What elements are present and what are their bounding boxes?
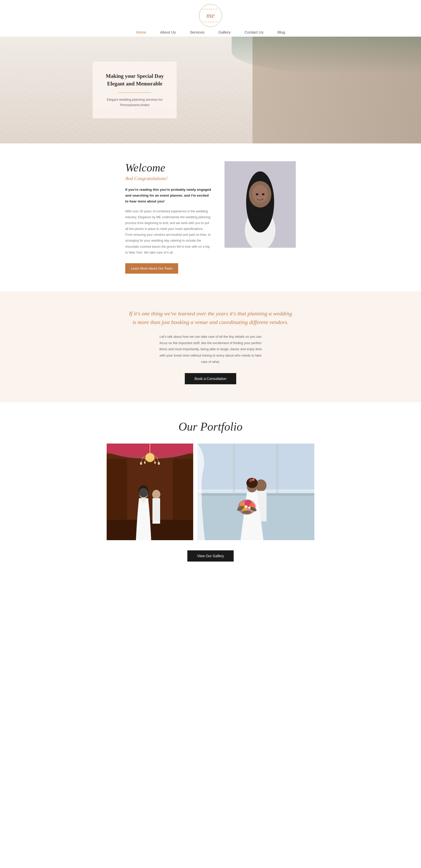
svg-point-7 xyxy=(256,193,258,195)
logo-initials: me xyxy=(206,12,215,19)
hero-card: Making your Special Day Elegant and Memo… xyxy=(93,62,177,118)
hero-subtext: Elegant wedding planning services for Pe… xyxy=(105,97,164,108)
hero-section: Making your Special Day Elegant and Memo… xyxy=(0,37,421,144)
portfolio-image-1 xyxy=(107,443,193,540)
svg-point-22 xyxy=(154,461,156,464)
learn-more-button[interactable]: Learn More About Our Team xyxy=(125,263,178,274)
svg-rect-27 xyxy=(142,497,145,502)
welcome-body: With over 35 years of combined experienc… xyxy=(125,209,212,256)
svg-rect-31 xyxy=(153,498,159,521)
svg-point-53 xyxy=(248,506,250,509)
svg-point-12 xyxy=(145,453,155,462)
navbar: ELEGANCE BY me NIKA & EVELYN Home About … xyxy=(0,0,421,37)
svg-point-28 xyxy=(138,485,149,497)
portfolio-image-2 xyxy=(197,443,314,540)
nav-services[interactable]: Services xyxy=(190,30,205,34)
welcome-bold-intro: If you're reading this you're probably n… xyxy=(125,187,212,205)
book-consultation-button[interactable]: Book a Consultation xyxy=(185,373,236,384)
logo[interactable]: ELEGANCE BY me NIKA & EVELYN xyxy=(199,4,222,27)
nav-blog[interactable]: Blog xyxy=(277,30,285,34)
nav-links: Home About Us Services Gallery Contact U… xyxy=(136,30,285,35)
planning-section: If it's one thing we've learned over the… xyxy=(0,291,421,402)
svg-point-29 xyxy=(152,490,160,499)
svg-point-52 xyxy=(245,505,247,508)
person-svg xyxy=(224,161,296,248)
svg-point-19 xyxy=(140,462,142,465)
nav-about[interactable]: About Us xyxy=(160,30,176,34)
welcome-subheading: And Congratulations! xyxy=(125,176,212,181)
portfolio-svg-1 xyxy=(107,443,193,540)
svg-point-43 xyxy=(252,478,255,481)
nav-gallery[interactable]: Gallery xyxy=(218,30,231,34)
svg-point-41 xyxy=(246,478,258,488)
svg-point-51 xyxy=(242,510,251,514)
portfolio-heading: Our Portfolio xyxy=(10,420,411,433)
svg-point-21 xyxy=(144,461,146,464)
portfolio-grid xyxy=(10,443,411,540)
welcome-heading: Welcome xyxy=(125,161,212,174)
portfolio-cta-wrap: View Our Gallery xyxy=(10,550,411,562)
svg-rect-36 xyxy=(233,443,235,494)
view-gallery-button[interactable]: View Our Gallery xyxy=(187,550,234,562)
logo-tagline-top: ELEGANCE BY xyxy=(202,8,219,10)
planning-quote: If it's one thing we've learned over the… xyxy=(127,309,294,327)
planning-subtext: Let's talk about how we can take care of… xyxy=(157,334,264,365)
svg-point-20 xyxy=(158,462,160,465)
welcome-section: Welcome And Congratulations! If you're r… xyxy=(101,144,320,291)
welcome-image xyxy=(224,161,296,248)
hero-background xyxy=(0,37,421,144)
svg-point-42 xyxy=(249,479,252,482)
welcome-text: Welcome And Congratulations! If you're r… xyxy=(125,161,212,274)
logo-tagline-bottom: NIKA & EVELYN xyxy=(203,21,218,23)
nav-home[interactable]: Home xyxy=(136,30,146,34)
portfolio-svg-2 xyxy=(197,443,314,540)
svg-point-8 xyxy=(262,193,264,195)
hero-heading: Making your Special Day Elegant and Memo… xyxy=(105,72,164,88)
nav-contact[interactable]: Contact Us xyxy=(245,30,263,34)
svg-rect-37 xyxy=(276,443,278,494)
portfolio-section: Our Portfolio xyxy=(0,402,421,572)
